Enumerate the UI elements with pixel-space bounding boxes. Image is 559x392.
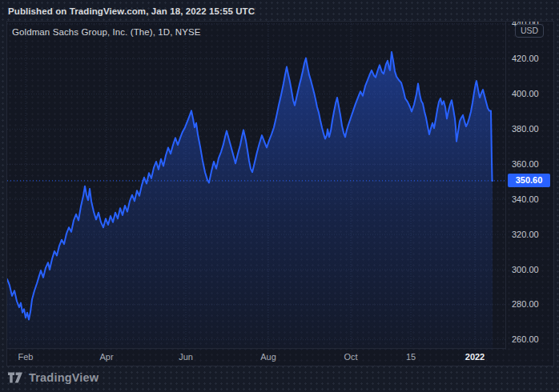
- y-axis-label: 260.00: [512, 334, 539, 345]
- x-axis-label: Feb: [18, 352, 34, 362]
- y-axis-label: 400.00: [512, 89, 539, 99]
- x-axis-label: 2022: [465, 352, 485, 362]
- x-axis-label: Apr: [99, 352, 113, 362]
- tradingview-snapshot: { "published_bar": { "text": "Published …: [0, 0, 559, 392]
- tradingview-logo-icon: [8, 372, 23, 383]
- y-axis-label: 420.00: [512, 54, 539, 64]
- y-axis-label: 380.00: [512, 124, 539, 134]
- x-axis-label: Jun: [179, 352, 193, 362]
- last-price-badge: 350.60: [508, 174, 550, 187]
- plot-area: [7, 22, 506, 350]
- footer: TradingView: [8, 370, 99, 386]
- x-axis-label: Oct: [344, 352, 357, 362]
- chart-widget: Goldman Sachs Group, Inc. (The), 1D, NYS…: [6, 21, 554, 366]
- chart-title: Goldman Sachs Group, Inc. (The), 1D, NYS…: [12, 27, 200, 37]
- price-chart: [7, 22, 506, 350]
- x-axis-label: 15: [406, 352, 416, 362]
- y-axis-label: 340.00: [512, 194, 539, 205]
- price-axis: 440.00420.00400.00380.00360.00340.00320.…: [505, 22, 553, 350]
- y-axis-label: 300.00: [512, 265, 539, 275]
- published-bar: Published on TradingView.com, Jan 18, 20…: [8, 4, 255, 18]
- tradingview-logo-text: TradingView: [29, 371, 99, 384]
- currency-badge: USD: [515, 24, 544, 38]
- time-axis: FebAprJunAugOct152022: [7, 348, 506, 366]
- y-axis-label: 360.00: [512, 159, 539, 170]
- y-axis-label: 320.00: [512, 230, 539, 240]
- x-axis-label: Aug: [260, 352, 276, 362]
- y-axis-label: 280.00: [512, 299, 539, 310]
